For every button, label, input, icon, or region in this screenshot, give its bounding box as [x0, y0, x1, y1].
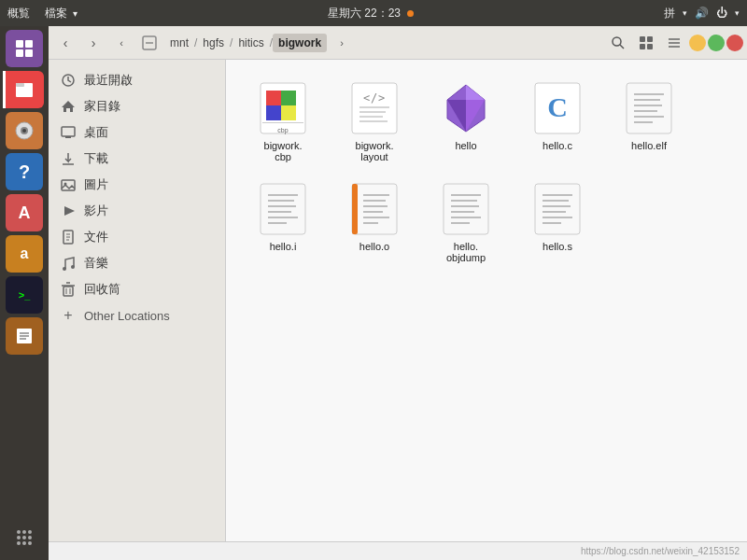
launcher-notes[interactable] [6, 317, 43, 355]
sidebar-item-trash[interactable]: 回收筒 [49, 276, 225, 302]
launcher-terminal[interactable]: >_ [6, 276, 43, 314]
svg-rect-27 [647, 36, 653, 42]
file-hello-c[interactable]: C hello.c [515, 75, 599, 168]
svg-point-17 [22, 536, 26, 539]
svg-rect-5 [16, 83, 24, 87]
svg-rect-3 [25, 49, 33, 57]
location-toggle-button[interactable] [136, 30, 162, 56]
svg-text:<: < [363, 91, 370, 105]
svg-point-15 [28, 530, 32, 534]
overview-label[interactable]: 概覧 [7, 6, 30, 21]
view-list-icon [667, 35, 682, 50]
file-label-hello-objdump: hello.objdump [446, 241, 486, 263]
search-button[interactable] [605, 30, 631, 56]
sidebar-item-pictures[interactable]: 圖片 [49, 172, 225, 198]
launcher-app-store[interactable]: a [6, 235, 43, 273]
apps-grid-icon [14, 527, 35, 548]
svg-rect-88 [352, 184, 358, 234]
watermark-text: https://blog.csdn.net/weixin_42153152 [581, 546, 740, 556]
file-icon-hello-c: C [531, 80, 584, 136]
svg-point-20 [22, 541, 26, 545]
svg-rect-29 [647, 44, 653, 49]
close-button[interactable] [726, 35, 743, 51]
svg-rect-87 [352, 184, 397, 234]
videos-icon [60, 203, 77, 219]
breadcrumb-hgfs[interactable]: hgfs [197, 34, 230, 52]
sidebar-item-downloads[interactable]: 下載 [49, 146, 225, 172]
other-locations-label: Other Locations [84, 309, 170, 323]
maximize-button[interactable] [708, 35, 725, 51]
launcher-apps-grid[interactable] [6, 519, 43, 556]
back-button[interactable]: ‹ [52, 30, 78, 56]
pictures-icon [60, 176, 77, 193]
power-icon[interactable]: ⏻ [716, 7, 727, 20]
launcher-text-editor[interactable]: A [6, 194, 43, 231]
svg-rect-95 [444, 184, 488, 234]
launcher-help[interactable]: ? [6, 153, 43, 190]
file-bigwork-cbp[interactable]: cbp bigwork.cbp [241, 75, 325, 168]
file-hello[interactable]: hello [424, 75, 508, 168]
app-store-icon: a [21, 245, 29, 262]
recent-label: 最近開啟 [84, 72, 133, 89]
file-label-hello: hello [455, 140, 476, 151]
file-hello-s[interactable]: hello.s [515, 175, 599, 269]
breadcrumb-bigwork[interactable]: bigwork [273, 34, 327, 52]
history-back-button[interactable]: ‹ [108, 30, 134, 56]
topbar-left: 概覧 檔案 ▾ [7, 6, 78, 21]
svg-marker-34 [62, 101, 75, 112]
forward-button[interactable]: › [80, 30, 106, 56]
file-label-hello-i: hello.i [270, 241, 297, 252]
breadcrumb-hitics[interactable]: hitics [233, 34, 269, 52]
volume-icon[interactable]: 🔊 [695, 7, 709, 20]
file-hello-objdump[interactable]: hello.objdump [424, 175, 508, 269]
location-icon [142, 35, 157, 50]
launcher-overview[interactable] [6, 30, 43, 67]
svg-rect-57 [262, 122, 303, 123]
svg-point-45 [63, 267, 66, 271]
launcher-music-player[interactable] [6, 112, 43, 149]
svg-rect-56 [281, 105, 296, 120]
file-bigwork-layout[interactable]: < / > bigwork.layout [332, 75, 416, 168]
desktop-label: 桌面 [84, 124, 108, 141]
svg-rect-26 [640, 36, 645, 42]
svg-rect-0 [16, 40, 23, 48]
svg-point-13 [17, 530, 21, 534]
file-menu-label[interactable]: 檔案 [45, 6, 67, 21]
search-icon [611, 35, 626, 50]
view-list-button[interactable] [661, 30, 687, 56]
minimize-button[interactable] [689, 35, 706, 51]
sidebar-item-music[interactable]: 音樂 [49, 250, 225, 276]
svg-point-8 [22, 129, 26, 133]
file-hello-o[interactable]: hello.o [332, 175, 416, 269]
file-label-bigwork-cbp: bigwork.cbp [264, 140, 303, 162]
home-icon [60, 98, 77, 115]
svg-rect-102 [535, 184, 580, 234]
svg-marker-40 [64, 206, 75, 216]
file-hello-i[interactable]: hello.i [241, 175, 325, 269]
view-grid-icon [639, 35, 654, 50]
main-area: ? A a >_ [0, 26, 747, 560]
sidebar-item-documents[interactable]: 文件 [49, 224, 225, 250]
sidebar-item-desktop[interactable]: 桌面 [49, 119, 225, 146]
downloads-label: 下載 [84, 150, 108, 167]
file-icon-hello-s [531, 181, 584, 237]
breadcrumb-more-button[interactable]: › [329, 30, 355, 56]
topbar-right: 拼 ▾ 🔊 ⏻ ▾ [664, 6, 740, 21]
sidebar-item-recent[interactable]: 最近開啟 [49, 67, 225, 93]
files-area: cbp bigwork.cbp < / > [226, 60, 747, 541]
file-hello-elf[interactable]: hello.elf [607, 75, 691, 168]
svg-rect-36 [65, 136, 71, 138]
other-locations-item[interactable]: + Other Locations [49, 302, 225, 329]
view-grid-button[interactable] [633, 30, 659, 56]
breadcrumb-mnt[interactable]: mnt [164, 34, 194, 52]
sidebar-item-videos[interactable]: 影片 [49, 198, 225, 224]
toolbar-right [605, 30, 743, 56]
sidebar-item-home[interactable]: 家目錄 [49, 93, 225, 119]
launcher-files[interactable] [3, 71, 44, 108]
svg-rect-54 [281, 91, 296, 105]
svg-rect-2 [16, 49, 23, 57]
file-label-hello-s: hello.s [543, 241, 572, 252]
trash-label: 回收筒 [84, 281, 120, 298]
topbar: 概覧 檔案 ▾ 星期六 22：23 拼 ▾ 🔊 ⏻ ▾ [0, 0, 747, 26]
input-method-label[interactable]: 拼 [664, 6, 675, 21]
